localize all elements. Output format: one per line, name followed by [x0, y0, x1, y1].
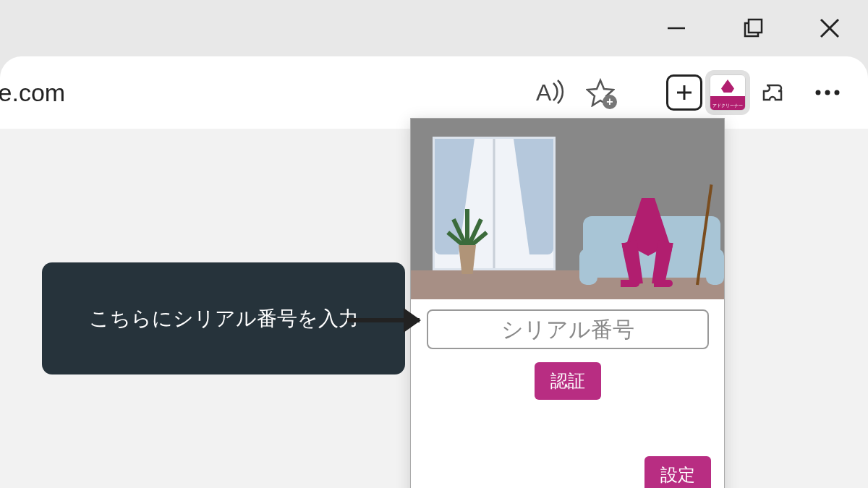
maximize-icon: [742, 17, 764, 39]
settings-button[interactable]: 設定: [644, 456, 711, 488]
serial-number-input[interactable]: [427, 309, 709, 349]
svg-point-8: [816, 90, 821, 95]
adcleaner-extension-button[interactable]: [710, 74, 746, 111]
instruction-tooltip-text: こちらにシリアル番号を入力: [89, 305, 359, 333]
new-tab-button[interactable]: [666, 74, 702, 111]
window-minimize-button[interactable]: [660, 12, 693, 45]
extension-popup: 認証 設定: [410, 118, 725, 488]
minimize-icon: [665, 17, 687, 39]
svg-point-10: [835, 90, 840, 95]
svg-rect-2: [749, 20, 762, 33]
instruction-arrow-icon: [347, 318, 420, 322]
more-menu-button[interactable]: [809, 74, 846, 111]
plus-badge-icon: +: [603, 95, 617, 109]
more-icon: [813, 87, 842, 98]
read-aloud-button[interactable]: A: [530, 74, 566, 111]
window-maximize-button[interactable]: [736, 12, 770, 45]
extensions-button[interactable]: [757, 74, 793, 111]
authenticate-button[interactable]: 認証: [535, 362, 601, 400]
window-titlebar: [0, 0, 868, 56]
popup-illustration: [411, 119, 724, 299]
close-icon: [817, 16, 842, 40]
svg-point-9: [825, 90, 830, 95]
window-close-button[interactable]: [813, 12, 846, 45]
add-favorite-button[interactable]: +: [582, 74, 618, 111]
puzzle-icon: [761, 78, 790, 107]
read-aloud-icon: A: [532, 76, 565, 109]
svg-text:A: A: [536, 80, 552, 106]
address-bar-url[interactable]: le.com: [0, 79, 65, 107]
illustration-figure: [619, 169, 684, 285]
popup-body: 認証: [411, 299, 724, 413]
plus-icon: [675, 83, 694, 102]
illustration-plant: [446, 202, 489, 274]
popup-footer: 設定: [411, 413, 724, 488]
